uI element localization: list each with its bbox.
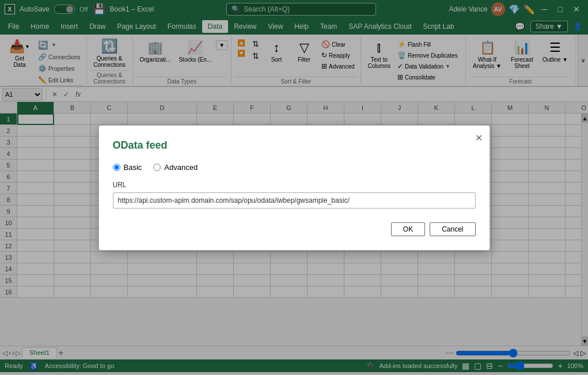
url-input[interactable] — [113, 192, 476, 209]
modal-footer: OK Cancel — [113, 222, 476, 236]
cancel-button[interactable]: Cancel — [430, 222, 475, 236]
odata-feed-dialog: ✕ OData feed Basic Advanced URL OK Cance… — [98, 125, 490, 251]
radio-group: Basic Advanced — [113, 163, 476, 172]
modal-close-button[interactable]: ✕ — [475, 132, 483, 143]
radio-basic-input[interactable] — [113, 164, 120, 171]
modal-overlay[interactable]: ✕ OData feed Basic Advanced URL OK Cance… — [0, 0, 588, 375]
radio-basic[interactable]: Basic — [113, 163, 142, 172]
radio-basic-label: Basic — [124, 163, 142, 172]
modal-title: OData feed — [113, 139, 476, 151]
url-label: URL — [113, 181, 476, 189]
radio-advanced-input[interactable] — [153, 164, 161, 171]
radio-advanced-label: Advanced — [164, 163, 198, 172]
ok-button[interactable]: OK — [391, 222, 425, 236]
radio-advanced[interactable]: Advanced — [153, 163, 198, 172]
